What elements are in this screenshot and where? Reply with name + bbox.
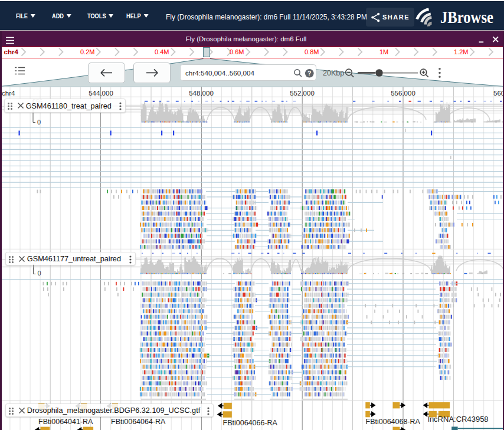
svg-text:552,000: 552,000 xyxy=(290,90,315,97)
svg-text:chr4: chr4 xyxy=(2,90,15,97)
svg-text:0.4M: 0.4M xyxy=(155,49,169,56)
svg-text:0.2M: 0.2M xyxy=(80,49,94,56)
svg-text:?: ? xyxy=(307,70,311,77)
svg-text:lncRNA:CR43958: lncRNA:CR43958 xyxy=(428,415,489,424)
svg-text:FBti0064041-RA: FBti0064041-RA xyxy=(38,418,93,426)
svg-text:544,000: 544,000 xyxy=(89,90,113,97)
svg-text:1M: 1M xyxy=(379,49,388,56)
svg-text:0: 0 xyxy=(38,270,41,277)
svg-text:0.6M: 0.6M xyxy=(230,49,244,56)
svg-text:556,000: 556,000 xyxy=(391,90,415,97)
svg-text:548,000: 548,000 xyxy=(189,90,214,97)
svg-text:1.2M: 1.2M xyxy=(454,49,468,56)
svg-text:FBti0064068-RA: FBti0064068-RA xyxy=(366,418,421,426)
svg-text:FBti0064066-RA: FBti0064066-RA xyxy=(223,419,278,427)
svg-text:0.8M: 0.8M xyxy=(305,49,319,56)
svg-text:FBti0064064-RA: FBti0064064-RA xyxy=(111,418,166,426)
svg-text:0: 0 xyxy=(37,119,41,126)
